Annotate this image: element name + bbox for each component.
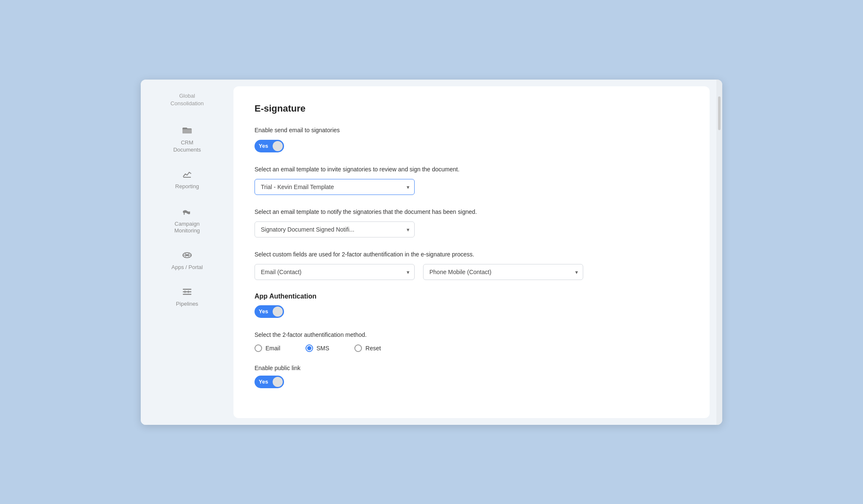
- invite-template-label: Select an email template to invite signa…: [255, 165, 689, 174]
- public-link-toggle-container[interactable]: Yes: [255, 376, 689, 388]
- send-email-toggle-knob: [273, 141, 283, 151]
- sidebar-item-crm-documents-label: CRM Documents: [173, 139, 201, 154]
- svg-point-1: [183, 211, 185, 213]
- radio-email[interactable]: Email: [255, 344, 280, 352]
- two-factor-label: Select the 2-factor authentification met…: [255, 331, 689, 339]
- scrollbar-thumb[interactable]: [718, 96, 721, 130]
- sidebar-item-campaign-monitoring[interactable]: Campaign Monitoring: [141, 200, 233, 241]
- custom-field-1-select[interactable]: Email (Contact): [255, 264, 415, 280]
- signed-template-wrapper: Signatory Document Signed Notifi... ▾: [255, 221, 415, 237]
- custom-field-1-wrapper: Email (Contact) ▾: [255, 264, 415, 280]
- send-email-toggle[interactable]: Yes: [255, 140, 284, 152]
- invite-template-section: Select an email template to invite signa…: [255, 165, 689, 195]
- sidebar-item-apps-portal-label: Apps / Portal: [172, 264, 203, 271]
- sidebar-global-consolidation: Global Consolidation: [162, 88, 212, 116]
- radio-sms-label: SMS: [316, 345, 329, 352]
- custom-fields-label: Select custom fields are used for 2-fact…: [255, 250, 689, 259]
- app-auth-toggle-knob: [273, 307, 283, 317]
- scrollbar[interactable]: [716, 80, 722, 425]
- sidebar-item-pipelines[interactable]: Pipelines: [141, 281, 233, 314]
- public-link-toggle-label: Yes: [259, 379, 268, 385]
- radio-reset-label: Reset: [365, 345, 381, 352]
- public-link-label: Enable public link: [255, 365, 689, 371]
- campaign-monitoring-icon: [182, 206, 192, 218]
- radio-sms[interactable]: SMS: [306, 344, 329, 352]
- pipelines-icon: [182, 287, 192, 298]
- radio-sms-circle: [306, 344, 313, 352]
- send-email-toggle-container[interactable]: Yes: [255, 140, 689, 152]
- app-auth-section: App Authentication Yes: [255, 293, 689, 318]
- sidebar-item-reporting[interactable]: Reporting: [141, 164, 233, 196]
- app-auth-toggle[interactable]: Yes: [255, 305, 284, 318]
- sidebar-item-pipelines-label: Pipelines: [176, 301, 198, 308]
- radio-email-label: Email: [265, 345, 280, 352]
- custom-fields-row: Email (Contact) ▾ Phone Mobile (Contact)…: [255, 264, 689, 280]
- custom-field-2-wrapper: Phone Mobile (Contact) ▾: [423, 264, 583, 280]
- custom-fields-section: Select custom fields are used for 2-fact…: [255, 250, 689, 280]
- signed-template-section: Select an email template to notify the s…: [255, 208, 689, 237]
- app-auth-toggle-container[interactable]: Yes: [255, 305, 689, 318]
- radio-reset-circle: [354, 344, 362, 352]
- invite-template-select[interactable]: Trial - Kevin Email Template: [255, 179, 415, 195]
- app-auth-toggle-label: Yes: [259, 308, 268, 315]
- public-link-toggle-knob: [273, 377, 283, 387]
- radio-email-circle: [255, 344, 262, 352]
- two-factor-section: Select the 2-factor authentification met…: [255, 331, 689, 352]
- app-auth-title: App Authentication: [255, 293, 689, 300]
- sidebar-item-reporting-label: Reporting: [175, 183, 199, 190]
- public-link-toggle[interactable]: Yes: [255, 376, 284, 388]
- send-email-section: Enable send email to signatories Yes: [255, 126, 689, 152]
- signed-template-label: Select an email template to notify the s…: [255, 208, 689, 216]
- apps-portal-icon: [182, 251, 192, 261]
- reporting-icon: [182, 170, 192, 181]
- sidebar-item-crm-documents[interactable]: CRM Documents: [141, 120, 233, 160]
- sidebar-item-apps-portal[interactable]: Apps / Portal: [141, 245, 233, 277]
- page-title: E-signature: [255, 103, 689, 114]
- radio-group: Email SMS Reset: [255, 344, 689, 352]
- radio-reset[interactable]: Reset: [354, 344, 381, 352]
- invite-template-wrapper: Trial - Kevin Email Template ▾: [255, 179, 415, 195]
- crm-documents-icon: [182, 126, 192, 137]
- send-email-toggle-label: Yes: [259, 143, 268, 149]
- send-email-label: Enable send email to signatories: [255, 126, 689, 135]
- custom-field-2-select[interactable]: Phone Mobile (Contact): [423, 264, 583, 280]
- public-link-section: Enable public link Yes: [255, 365, 689, 388]
- signed-template-select[interactable]: Signatory Document Signed Notifi...: [255, 221, 415, 237]
- sidebar-item-campaign-monitoring-label: Campaign Monitoring: [174, 221, 200, 235]
- sidebar: Global Consolidation CRM Documents Repor…: [141, 80, 233, 425]
- main-content: E-signature Enable send email to signato…: [233, 86, 710, 418]
